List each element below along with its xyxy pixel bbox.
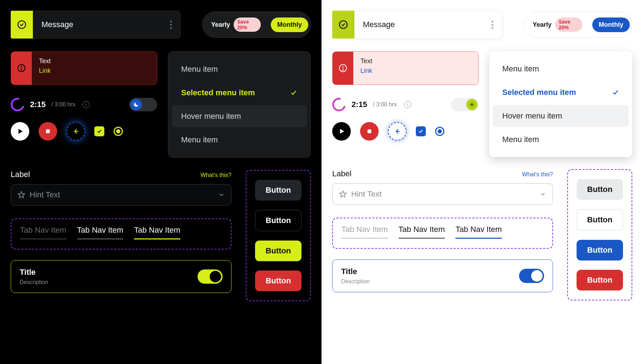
menu-item-hover[interactable]: Hover menu item — [172, 105, 307, 127]
dropdown-menu: Menu item Selected menu item Hover menu … — [168, 51, 311, 158]
yearly-label: Yearly — [211, 21, 230, 29]
button-outline[interactable]: Button — [577, 209, 623, 231]
placeholder-text: Hint Text — [351, 189, 382, 199]
button-danger[interactable]: Button — [255, 271, 301, 291]
timer-total: / 3:00 hrs — [373, 101, 397, 108]
theme-toggle[interactable] — [451, 98, 479, 111]
button-primary[interactable]: Button — [255, 241, 301, 261]
menu-item-label: Selected menu item — [181, 88, 255, 97]
menu-item-selected[interactable]: Selected menu item — [172, 82, 307, 104]
radio-selected[interactable] — [435, 127, 444, 136]
monthly-label: Monthly — [277, 21, 302, 29]
card-title: Title — [341, 267, 370, 276]
alert-circle-icon — [11, 52, 32, 85]
check-circle-icon — [11, 11, 33, 39]
save-badge: Save 20% — [234, 17, 261, 32]
toggle-on[interactable] — [198, 269, 223, 284]
checkbox-checked[interactable] — [94, 126, 104, 136]
play-button[interactable] — [332, 122, 351, 141]
tab-item-active[interactable]: Tab Nav Item — [134, 226, 180, 239]
star-icon — [339, 190, 347, 198]
kebab-menu-icon[interactable] — [492, 21, 493, 29]
button-danger[interactable]: Button — [577, 270, 623, 290]
button-secondary[interactable]: Button — [577, 179, 623, 200]
yearly-label: Yearly — [533, 21, 552, 29]
hint-link[interactable]: What's this? — [522, 171, 553, 178]
tab-item[interactable]: Tab Nav Item — [399, 225, 445, 239]
menu-item-label: Hover menu item — [181, 112, 241, 121]
chevron-down-icon — [218, 192, 225, 198]
toggle-on[interactable] — [519, 269, 544, 283]
info-icon[interactable]: i — [83, 101, 90, 108]
tab-nav: Tab Nav Item Tab Nav Item Tab Nav Item — [11, 218, 231, 249]
back-button[interactable] — [66, 122, 85, 141]
button-outline[interactable]: Button — [255, 210, 301, 231]
button-secondary[interactable]: Button — [255, 180, 301, 201]
billing-toggle: Yearly Save 20% Monthly — [524, 11, 632, 38]
tab-item[interactable]: Tab Nav Item — [20, 226, 66, 239]
menu-item-label: Menu item — [502, 135, 539, 144]
menu-item-label: Selected menu item — [502, 88, 576, 97]
billing-yearly-option[interactable]: Yearly Save 20% — [526, 14, 589, 35]
alert-link[interactable]: Link — [39, 67, 150, 75]
billing-yearly-option[interactable]: Yearly Save 20% — [205, 14, 267, 35]
menu-item-selected[interactable]: Selected menu item — [493, 81, 629, 103]
stop-button[interactable] — [39, 122, 57, 141]
timer-elapsed: 2:15 — [30, 100, 46, 109]
menu-item-label: Hover menu item — [502, 111, 562, 121]
tab-item-active[interactable]: Tab Nav Item — [455, 225, 502, 239]
alert-text: Text — [360, 57, 471, 65]
card-description: Description — [341, 278, 370, 285]
alert-text: Text — [39, 57, 150, 65]
progress-spinner-icon — [8, 95, 27, 114]
error-alert: Text Link — [332, 51, 479, 85]
radio-selected[interactable] — [114, 127, 123, 136]
chevron-down-icon — [540, 191, 546, 197]
svg-rect-3 — [46, 130, 50, 133]
monthly-label: Monthly — [599, 21, 623, 29]
card-title: Title — [20, 268, 48, 277]
message-bar: Message — [11, 11, 181, 39]
menu-item[interactable]: Menu item — [172, 58, 307, 80]
menu-item[interactable]: Menu item — [172, 129, 307, 151]
field-label: Label — [332, 169, 352, 178]
error-alert: Text Link — [11, 51, 157, 85]
theme-toggle[interactable] — [129, 98, 157, 111]
star-icon — [18, 191, 25, 199]
billing-monthly-option[interactable]: Monthly — [592, 17, 630, 32]
field-label: Label — [11, 170, 30, 179]
menu-item-hover[interactable]: Hover menu item — [493, 105, 629, 127]
svg-rect-8 — [368, 130, 372, 133]
kebab-menu-icon[interactable] — [170, 21, 172, 29]
info-icon[interactable]: i — [404, 101, 411, 108]
progress-spinner-icon — [330, 95, 348, 114]
stop-button[interactable] — [360, 122, 379, 141]
card-description: Description — [20, 279, 48, 285]
alert-link[interactable]: Link — [360, 67, 471, 75]
menu-item-label: Menu item — [502, 64, 539, 74]
alert-circle-icon — [333, 52, 353, 85]
checkbox-checked[interactable] — [416, 126, 426, 136]
timer-total: / 3:00 hrs — [51, 101, 75, 108]
check-icon — [612, 89, 619, 96]
button-primary[interactable]: Button — [577, 240, 623, 261]
sun-icon — [466, 99, 478, 110]
tab-item[interactable]: Tab Nav Item — [77, 226, 124, 239]
svg-point-0 — [18, 21, 26, 29]
menu-item[interactable]: Menu item — [493, 128, 629, 151]
message-label: Message — [363, 20, 395, 29]
menu-item-label: Menu item — [181, 65, 218, 74]
message-label: Message — [41, 20, 73, 29]
tab-item[interactable]: Tab Nav Item — [342, 225, 388, 239]
timer-elapsed: 2:15 — [352, 100, 367, 109]
billing-toggle: Yearly Save 20% Monthly — [202, 11, 311, 38]
billing-monthly-option[interactable]: Monthly — [271, 17, 308, 32]
settings-card: Title Description — [11, 260, 231, 293]
back-button[interactable] — [388, 122, 407, 141]
play-button[interactable] — [11, 122, 29, 141]
select-input[interactable]: Hint Text — [11, 184, 231, 206]
menu-item[interactable]: Menu item — [493, 58, 629, 80]
hint-link[interactable]: What's this? — [200, 172, 231, 178]
svg-point-2 — [21, 70, 22, 70]
select-input[interactable]: Hint Text — [332, 183, 553, 205]
